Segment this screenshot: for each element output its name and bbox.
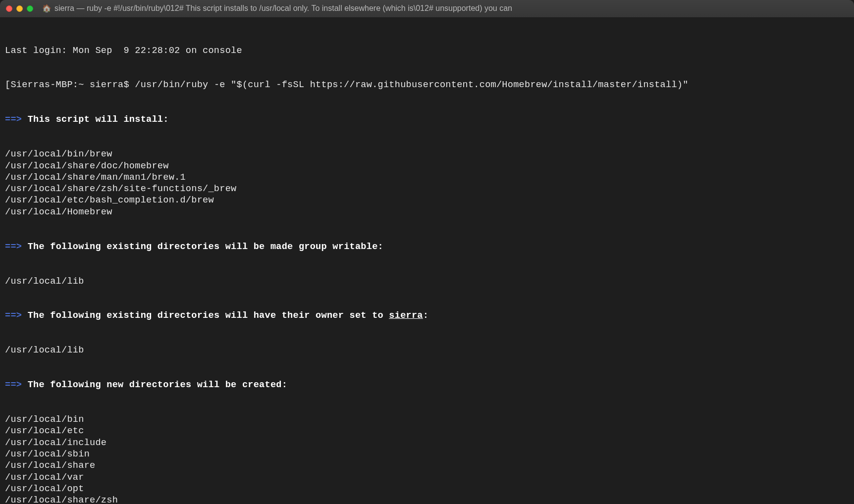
path-line: /usr/local/sbin xyxy=(5,449,849,460)
header-writable: ==> The following existing directories w… xyxy=(5,241,849,252)
arrow-icon: ==> xyxy=(5,242,22,252)
command-text: /usr/bin/ruby -e "$(curl -fsSL https://r… xyxy=(135,80,688,90)
path-line: /usr/local/Homebrew xyxy=(5,206,849,218)
path-line: /usr/local/etc xyxy=(5,425,849,437)
terminal-viewport[interactable]: Last login: Mon Sep 9 22:28:02 on consol… xyxy=(0,18,854,504)
path-line: /usr/local/share/man/man1/brew.1 xyxy=(5,172,849,183)
home-icon: 🏠 xyxy=(42,4,52,13)
header-install: ==> This script will install: xyxy=(5,114,849,125)
path-line: /usr/local/opt xyxy=(5,483,849,495)
header-owner-suffix: : xyxy=(423,310,428,321)
header-new-text: The following new directories will be cr… xyxy=(28,380,287,390)
arrow-icon: ==> xyxy=(5,310,22,321)
arrow-icon: ==> xyxy=(5,380,22,390)
path-line: /usr/local/share/doc/homebrew xyxy=(5,160,849,172)
new-paths-list: /usr/local/bin/usr/local/etc/usr/local/i… xyxy=(5,414,849,504)
close-window-button[interactable] xyxy=(6,5,12,12)
path-line: /usr/local/etc/bash_completion.d/brew xyxy=(5,195,849,206)
prompt-bracket: [ xyxy=(5,80,10,90)
path-line: /usr/local/lib xyxy=(5,276,849,287)
window-title: 🏠 sierra — ruby -e #!/usr/bin/ruby\012# … xyxy=(42,3,512,13)
path-line: /usr/local/share xyxy=(5,460,849,471)
owner-user: sierra xyxy=(389,310,423,321)
header-new: ==> The following new directories will b… xyxy=(5,379,849,391)
maximize-window-button[interactable] xyxy=(27,5,33,12)
writable-paths-list: /usr/local/lib xyxy=(5,276,849,287)
path-line: /usr/local/include xyxy=(5,437,849,449)
header-writable-text: The following existing directories will … xyxy=(28,242,383,252)
path-line: /usr/local/lib xyxy=(5,345,849,356)
header-owner: ==> The following existing directories w… xyxy=(5,310,849,321)
traffic-lights xyxy=(6,5,33,12)
path-line: /usr/local/bin xyxy=(5,414,849,425)
last-login-line: Last login: Mon Sep 9 22:28:02 on consol… xyxy=(5,45,849,56)
window-titlebar: 🏠 sierra — ruby -e #!/usr/bin/ruby\012# … xyxy=(0,0,854,18)
install-paths-list: /usr/local/bin/brew/usr/local/share/doc/… xyxy=(5,149,849,218)
header-install-text: This script will install: xyxy=(28,114,169,125)
prompt-line: [Sierras-MBP:~ sierra$ /usr/bin/ruby -e … xyxy=(5,79,849,91)
header-owner-prefix: The following existing directories will … xyxy=(28,310,389,321)
path-line: /usr/local/share/zsh xyxy=(5,495,849,504)
window-title-text: sierra — ruby -e #!/usr/bin/ruby\012# Th… xyxy=(54,3,512,13)
path-line: /usr/local/share/zsh/site-functions/_bre… xyxy=(5,183,849,195)
owner-paths-list: /usr/local/lib xyxy=(5,345,849,356)
prompt-host: Sierras-MBP:~ sierra$ xyxy=(10,80,135,90)
path-line: /usr/local/var xyxy=(5,472,849,483)
arrow-icon: ==> xyxy=(5,114,22,125)
minimize-window-button[interactable] xyxy=(16,5,23,12)
path-line: /usr/local/bin/brew xyxy=(5,149,849,160)
